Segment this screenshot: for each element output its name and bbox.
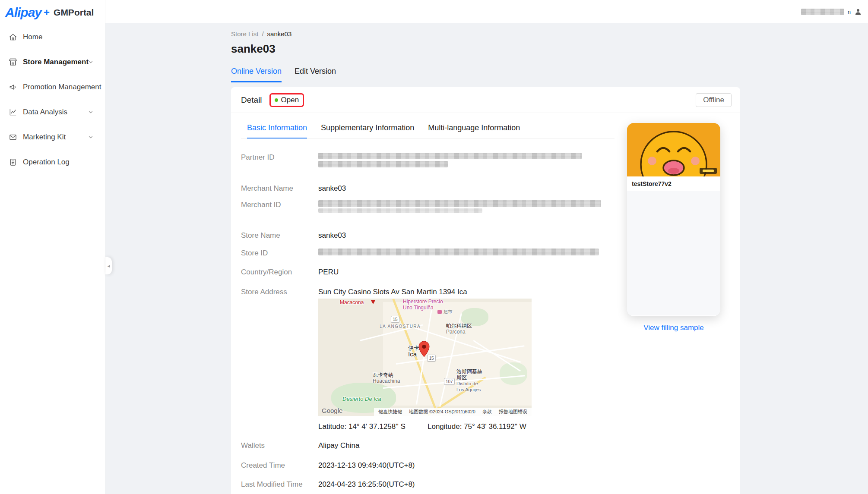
- route-shield-15: 15: [391, 316, 399, 323]
- field-label: Wallets: [241, 441, 318, 450]
- redacted-store-id: [318, 249, 599, 255]
- field-value: sanke03: [318, 231, 346, 240]
- redacted-block: [318, 161, 448, 167]
- field-last-modified-time: Last Modified Time 2024-04-23 16:25:50(U…: [241, 480, 415, 489]
- field-created-time: Created Time 2023-12-13 09:49:40(UTC+8): [241, 461, 415, 470]
- field-label: Store Name: [241, 231, 318, 240]
- supermarket-poi-icon: [437, 310, 442, 314]
- district-name-en: Parcona: [446, 329, 472, 335]
- store-preview-image: [627, 123, 720, 176]
- offline-button[interactable]: Offline: [696, 93, 732, 107]
- map-label-la-angostura: LA ANGOSTURA: [380, 324, 421, 330]
- district-name-zh: 洛斯阿基赫斯区: [456, 368, 484, 381]
- redacted-partner-id: [318, 153, 582, 167]
- document-icon: [9, 158, 17, 167]
- home-icon: [9, 33, 17, 41]
- redacted-merchant-id: [318, 200, 601, 213]
- terms-link[interactable]: 条款: [482, 409, 492, 415]
- preview-body: [627, 191, 720, 315]
- longitude-value: Longitude: 75° 43' 36.1192'' W: [428, 422, 526, 431]
- product-name: GMPortal: [54, 7, 94, 18]
- map-label-supermarket: 超市: [444, 309, 452, 315]
- alipay-logo-text: Alipay: [5, 5, 41, 20]
- coordinates-row: Latitude: 14° 4' 37.1258'' S Longitude: …: [318, 422, 526, 431]
- breadcrumb-current: sanke03: [267, 30, 292, 38]
- breadcrumb-separator: /: [262, 30, 263, 38]
- sidebar-item-label: Marketing Kit: [23, 133, 66, 142]
- chevron-down-icon: [88, 84, 94, 90]
- tab-basic-information[interactable]: Basic Information: [247, 123, 307, 138]
- route-shield-107: 107: [444, 378, 455, 385]
- sidebar-item-label: Operation Log: [23, 158, 70, 167]
- sidebar: Alipay+ GMPortal Home Store Management P…: [0, 0, 105, 494]
- field-value: 2024-04-23 16:25:50(UTC+8): [318, 480, 415, 489]
- report-error-link[interactable]: 报告地图错误: [499, 409, 527, 415]
- sidebar-item-data-analysis[interactable]: Data Analysis: [0, 100, 105, 125]
- map-label-parcona: 帕尔科纳区 Parcona: [446, 323, 472, 335]
- field-value: Sun City Casino Slots Av San Martin 1394…: [318, 287, 467, 296]
- map-flag-marker-icon: [371, 300, 375, 304]
- town-name-zh: 瓦卡奇纳: [373, 372, 400, 378]
- field-value: sanke03: [318, 184, 346, 193]
- chevron-down-icon: [88, 59, 94, 65]
- field-label: Partner ID: [241, 153, 318, 162]
- sidebar-collapse-handle[interactable]: ◂: [105, 257, 112, 274]
- field-label: Merchant ID: [241, 200, 318, 209]
- town-name-en: Huacachina: [373, 378, 400, 384]
- tab-online-version[interactable]: Online Version: [231, 66, 282, 82]
- map-label-los-aquijes: 洛斯阿基赫斯区 Distrito de Los Aquijes: [456, 368, 484, 393]
- keyboard-shortcuts-link[interactable]: 键盘快捷键: [378, 409, 402, 415]
- chart-icon: [9, 108, 17, 116]
- sidebar-item-home[interactable]: Home: [0, 25, 105, 50]
- sidebar-item-marketing-kit[interactable]: Marketing Kit: [0, 125, 105, 150]
- sidebar-item-label: Data Analysis: [23, 108, 67, 116]
- status-badge: Open: [281, 96, 299, 104]
- field-label: Store ID: [241, 249, 318, 258]
- chevron-down-icon: [88, 109, 94, 115]
- district-name-en-line1: Distrito de: [456, 381, 484, 387]
- user-avatar-icon[interactable]: [854, 8, 862, 16]
- poi-name-line1: Hiperstore Precio: [403, 299, 443, 305]
- map-label-macacona: Macacona: [340, 299, 364, 305]
- preview-store-name: testStore77v2: [627, 176, 720, 191]
- tab-supplementary-information[interactable]: Supplementary Information: [321, 123, 414, 138]
- field-label: Store Address: [241, 287, 318, 296]
- field-wallets: Wallets Alipay China: [241, 441, 359, 450]
- detail-card-header: Detail Open Offline: [231, 87, 740, 113]
- field-value: Alipay China: [318, 441, 359, 450]
- field-value: PERU: [318, 267, 339, 277]
- poi-name-line2: Uno Tinguiña: [403, 305, 443, 311]
- store-location-map[interactable]: Macacona Hiperstore Precio Uno Tinguiña …: [318, 299, 532, 416]
- latitude-value: Latitude: 14° 4' 37.1258'' S: [318, 422, 428, 431]
- sidebar-item-store-management[interactable]: Store Management: [0, 50, 105, 75]
- field-label: Created Time: [241, 461, 318, 470]
- field-partner-id: Partner ID: [241, 153, 582, 167]
- field-value: 2023-12-13 09:49:40(UTC+8): [318, 461, 415, 470]
- store-icon: [9, 58, 17, 66]
- sidebar-item-promotion-management[interactable]: Promotion Management: [0, 75, 105, 100]
- field-store-name: Store Name sanke03: [241, 231, 346, 240]
- store-preview-card: testStore77v2: [627, 123, 720, 316]
- status-green-dot-icon: [275, 98, 278, 102]
- google-logo: Google: [322, 407, 342, 414]
- field-label: Last Modified Time: [241, 480, 318, 489]
- view-filling-sample-link[interactable]: View filling sample: [627, 324, 720, 332]
- sidebar-nav: Home Store Management Promotion Manageme…: [0, 25, 105, 175]
- detail-title: Detail: [241, 95, 262, 105]
- sidebar-item-operation-log[interactable]: Operation Log: [0, 150, 105, 175]
- tab-edit-version[interactable]: Edit Version: [295, 66, 336, 82]
- map-label-huacachina: 瓦卡奇纳 Huacachina: [373, 372, 400, 384]
- page-title: sanke03: [231, 41, 276, 56]
- top-bar: n: [105, 0, 868, 23]
- field-merchant-name: Merchant Name sanke03: [241, 184, 346, 193]
- tab-multi-language-information[interactable]: Multi-language Information: [428, 123, 520, 138]
- map-label-hiperstore: Hiperstore Precio Uno Tinguiña: [403, 299, 443, 311]
- field-label: Country/Region: [241, 267, 318, 277]
- chevron-down-icon: [88, 134, 94, 140]
- redacted-block: [318, 208, 482, 213]
- user-account-area[interactable]: n: [801, 0, 862, 23]
- map-label-ica: 伊卡 Ica: [408, 345, 419, 357]
- breadcrumb-store-list[interactable]: Store List: [231, 30, 258, 38]
- field-store-address: Store Address Sun City Casino Slots Av S…: [241, 287, 467, 296]
- sidebar-item-label: Home: [23, 33, 42, 41]
